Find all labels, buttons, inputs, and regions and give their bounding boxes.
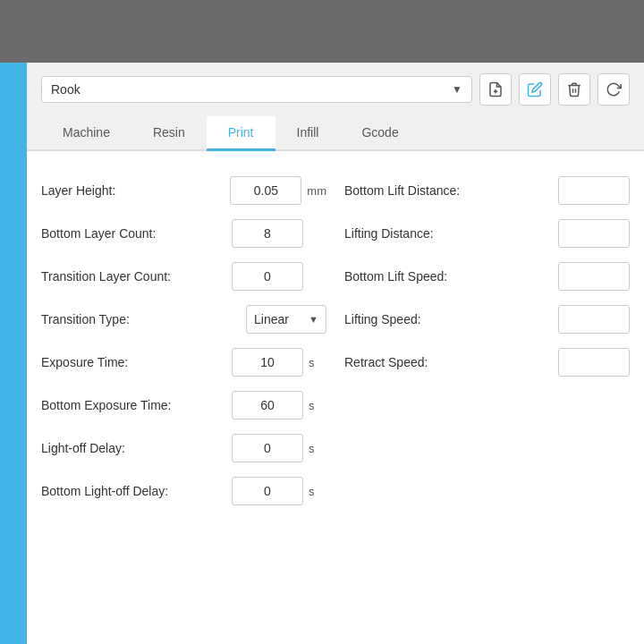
form-row-transition-type: Transition Type: Linear ▼	[41, 298, 326, 341]
bottom-lift-speed-input[interactable]	[558, 262, 630, 291]
transition-type-value: Linear	[254, 312, 289, 326]
main-content: Rook ▼	[27, 63, 644, 644]
retract-speed-label: Retract Speed:	[344, 355, 558, 369]
transition-type-dropdown[interactable]: Linear ▼	[246, 305, 326, 334]
exposure-time-input[interactable]	[232, 348, 303, 377]
edit-button[interactable]	[519, 73, 551, 106]
profile-dropdown-text: Rook	[51, 82, 80, 97]
bottom-light-off-delay-label: Bottom Light-off Delay:	[41, 484, 232, 498]
form-row-bottom-exposure-time: Bottom Exposure Time: s	[41, 384, 326, 427]
form-row-lifting-distance: Lifting Distance:	[344, 212, 630, 255]
bottom-layer-count-input[interactable]	[232, 219, 303, 248]
form-row-bottom-light-off-delay: Bottom Light-off Delay: s	[41, 470, 326, 513]
form-left: Layer Height: mm Bottom Layer Count: Tra…	[41, 169, 326, 626]
top-bar	[0, 0, 644, 63]
retract-speed-input[interactable]	[558, 348, 630, 377]
tab-infill[interactable]: Infill	[275, 116, 341, 151]
app-container: Rook ▼	[0, 63, 644, 644]
transition-layer-count-input[interactable]	[232, 262, 303, 291]
lifting-speed-input[interactable]	[558, 305, 630, 334]
sidebar	[0, 63, 27, 644]
bottom-light-off-delay-input[interactable]	[232, 477, 303, 505]
form-row-bottom-lift-speed: Bottom Lift Speed:	[344, 255, 630, 298]
transition-layer-count-label: Transition Layer Count:	[41, 269, 232, 284]
tab-gcode[interactable]: Gcode	[340, 116, 419, 151]
layer-height-input[interactable]	[230, 176, 301, 205]
bottom-lift-distance-input[interactable]	[558, 176, 630, 205]
tabs: Machine Resin Print Infill Gcode	[27, 116, 644, 151]
bottom-exposure-time-unit: s	[309, 399, 326, 412]
bottom-exposure-time-label: Bottom Exposure Time:	[41, 398, 232, 412]
bottom-lift-distance-label: Bottom Lift Distance:	[344, 183, 558, 198]
form-row-transition-layer-count: Transition Layer Count:	[41, 255, 326, 298]
bottom-lift-speed-label: Bottom Lift Speed:	[344, 269, 558, 284]
lifting-speed-label: Lifting Speed:	[344, 312, 558, 326]
tab-machine[interactable]: Machine	[41, 116, 131, 151]
bottom-exposure-time-input[interactable]	[232, 391, 303, 419]
layer-height-unit: mm	[307, 184, 326, 198]
form-row-light-off-delay: Light-off Delay: s	[41, 427, 326, 470]
light-off-delay-input[interactable]	[232, 434, 303, 462]
light-off-delay-label: Light-off Delay:	[41, 441, 232, 455]
light-off-delay-unit: s	[309, 442, 326, 455]
profile-dropdown-arrow-icon: ▼	[452, 83, 462, 96]
lifting-distance-label: Lifting Distance:	[344, 226, 558, 241]
delete-button[interactable]	[558, 73, 590, 106]
form-row-lifting-speed: Lifting Speed:	[344, 298, 630, 341]
save-button[interactable]	[479, 73, 512, 106]
bottom-layer-count-label: Bottom Layer Count:	[41, 226, 232, 241]
form-area: Layer Height: mm Bottom Layer Count: Tra…	[27, 151, 644, 644]
form-row-layer-height: Layer Height: mm	[41, 169, 326, 212]
refresh-button[interactable]	[597, 73, 630, 106]
exposure-time-unit: s	[309, 356, 326, 369]
bottom-light-off-delay-unit: s	[309, 485, 326, 498]
form-row-retract-speed: Retract Speed:	[344, 341, 630, 384]
transition-type-label: Transition Type:	[41, 312, 246, 326]
transition-type-arrow-icon: ▼	[309, 314, 318, 325]
form-row-bottom-layer-count: Bottom Layer Count:	[41, 212, 326, 255]
form-right: Bottom Lift Distance: Lifting Distance: …	[326, 169, 630, 626]
profile-dropdown[interactable]: Rook ▼	[41, 76, 472, 103]
lifting-distance-input[interactable]	[558, 219, 630, 248]
tab-resin[interactable]: Resin	[131, 116, 207, 151]
exposure-time-label: Exposure Time:	[41, 355, 232, 369]
tab-print[interactable]: Print	[207, 116, 275, 151]
toolbar: Rook ▼	[27, 63, 644, 116]
form-row-bottom-lift-distance: Bottom Lift Distance:	[344, 169, 630, 212]
layer-height-label: Layer Height:	[41, 183, 230, 198]
form-row-exposure-time: Exposure Time: s	[41, 341, 326, 384]
